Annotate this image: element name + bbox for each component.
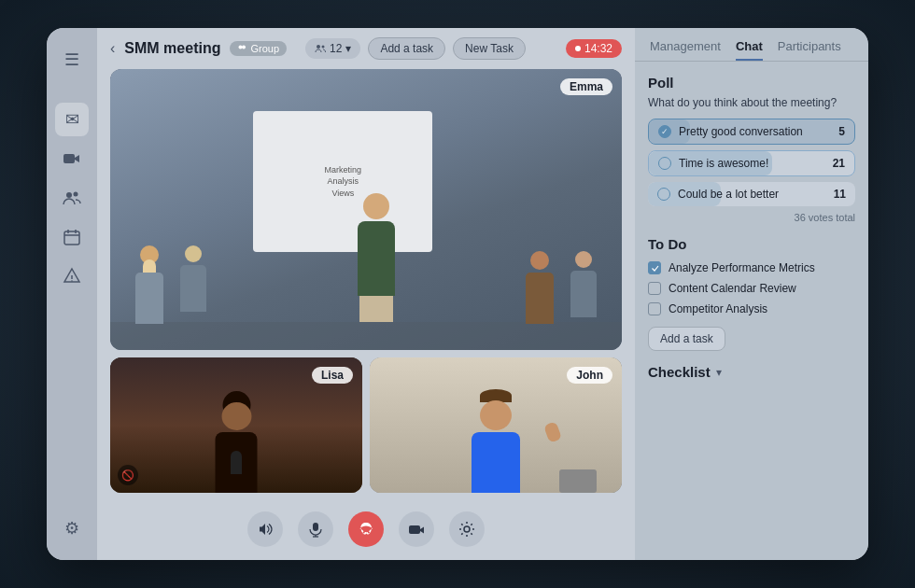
lisa-video[interactable]: Lisa 🚫 xyxy=(110,357,362,493)
svg-rect-3 xyxy=(64,231,79,245)
todo-item-3: Competitor Analysis xyxy=(648,299,855,319)
add-task-panel-button[interactable]: Add a task xyxy=(648,327,725,351)
sidebar-settings-icon[interactable]: ⚙ xyxy=(55,511,89,545)
poll-total: 36 votes total xyxy=(648,212,855,223)
poll-title: Poll xyxy=(648,75,855,91)
poll-question: What do you think about the meeting? xyxy=(648,96,855,109)
panel-body: Poll What do you think about the meeting… xyxy=(635,62,868,560)
chevron-down-icon: ▾ xyxy=(716,366,722,379)
sidebar-menu-icon[interactable]: ☰ xyxy=(55,43,89,77)
poll-option-1[interactable]: ✓ Pretty good conversation 5 xyxy=(648,119,855,145)
poll-option-2[interactable]: Time is awesome! 21 xyxy=(648,150,855,176)
svg-point-4 xyxy=(71,280,73,282)
todo-checkbox-2[interactable] xyxy=(648,282,661,295)
add-task-button[interactable]: Add a task xyxy=(368,37,445,60)
new-task-button[interactable]: New Task xyxy=(453,37,526,60)
panel-tabs: Management Chat Participants xyxy=(635,28,868,61)
svg-rect-9 xyxy=(313,523,318,531)
presenter-figure xyxy=(348,193,404,324)
checklist-header[interactable]: Checklist ▾ xyxy=(648,364,855,380)
video-grid: Marketing Analysis Views xyxy=(97,69,635,502)
topbar: ‹ SMM meeting Group 12 ▾ Add a task New … xyxy=(97,28,635,69)
todo-checkbox-1[interactable] xyxy=(648,261,661,274)
mic-button[interactable] xyxy=(298,511,333,547)
camera-button[interactable] xyxy=(399,511,434,547)
sidebar-alert-icon[interactable] xyxy=(55,259,89,293)
svg-point-1 xyxy=(66,192,72,198)
sidebar-video-icon[interactable] xyxy=(55,142,89,175)
todo-label-2: Content Calendar Review xyxy=(669,282,796,295)
main-video-name: Emma xyxy=(560,78,612,95)
svg-point-5 xyxy=(239,46,243,49)
settings-button[interactable] xyxy=(449,511,485,547)
poll-label-2: Time is awesome! xyxy=(679,157,833,170)
poll-count-1: 5 xyxy=(838,125,845,138)
todo-item-1: Analyze Performance Metrics xyxy=(648,258,855,278)
participants-button[interactable]: 12 ▾ xyxy=(305,38,360,59)
audience-left xyxy=(135,245,206,324)
john-video[interactable]: John xyxy=(370,357,622,493)
lisa-video-name: Lisa xyxy=(312,367,353,384)
meeting-title: SMM meeting xyxy=(124,40,220,57)
app-container: ☰ ✉ ⚙ ‹ SMM meeting Group xyxy=(47,28,868,560)
sidebar: ☰ ✉ ⚙ xyxy=(47,28,97,560)
todo-item-2: Content Calendar Review xyxy=(648,278,855,299)
svg-rect-12 xyxy=(409,525,420,534)
sidebar-mail-icon[interactable]: ✉ xyxy=(55,103,89,136)
controls-bar xyxy=(97,502,635,560)
floor xyxy=(110,322,622,350)
todo-label-1: Analyze Performance Metrics xyxy=(669,261,815,274)
todo-label-3: Competitor Analysis xyxy=(669,302,767,315)
poll-label-1: Pretty good conversation xyxy=(679,125,838,138)
svg-point-2 xyxy=(74,192,78,197)
svg-point-13 xyxy=(464,526,470,532)
main-content: ‹ SMM meeting Group 12 ▾ Add a task New … xyxy=(97,28,635,560)
audience-right xyxy=(526,251,597,324)
svg-rect-0 xyxy=(63,154,75,163)
poll-option-3[interactable]: Could be a lot better 11 xyxy=(648,182,855,206)
svg-point-6 xyxy=(242,46,246,49)
topbar-actions: 12 ▾ Add a task New Task xyxy=(305,37,526,60)
tab-chat[interactable]: Chat xyxy=(736,39,763,61)
tab-participants[interactable]: Participants xyxy=(778,39,841,61)
main-video[interactable]: Marketing Analysis Views xyxy=(110,69,622,350)
end-call-button[interactable] xyxy=(348,511,384,547)
timer-badge: 14:32 xyxy=(566,39,622,58)
right-panel: Management Chat Participants Poll What d… xyxy=(635,28,868,560)
timer-dot xyxy=(575,46,581,51)
todo-title: To Do xyxy=(648,236,855,252)
poll-count-2: 21 xyxy=(833,157,845,170)
mic-mute-icon: 🚫 xyxy=(118,465,138,485)
todo-checkbox-3[interactable] xyxy=(648,302,661,315)
john-video-name: John xyxy=(567,367,612,384)
main-video-bg: Marketing Analysis Views xyxy=(110,69,622,350)
sidebar-people-icon[interactable] xyxy=(55,181,89,215)
volume-button[interactable] xyxy=(247,511,283,547)
tab-management[interactable]: Management xyxy=(650,39,721,61)
poll-count-3: 11 xyxy=(834,188,846,201)
group-badge: Group xyxy=(230,41,287,56)
svg-point-7 xyxy=(317,45,320,49)
svg-point-8 xyxy=(322,46,325,49)
sidebar-calendar-icon[interactable] xyxy=(55,220,89,254)
video-row: Lisa 🚫 xyxy=(110,357,622,493)
poll-label-3: Could be a lot better xyxy=(678,188,834,201)
whiteboard: Marketing Analysis Views xyxy=(253,111,432,252)
checklist-title: Checklist xyxy=(648,364,711,380)
back-button[interactable]: ‹ xyxy=(110,40,115,57)
